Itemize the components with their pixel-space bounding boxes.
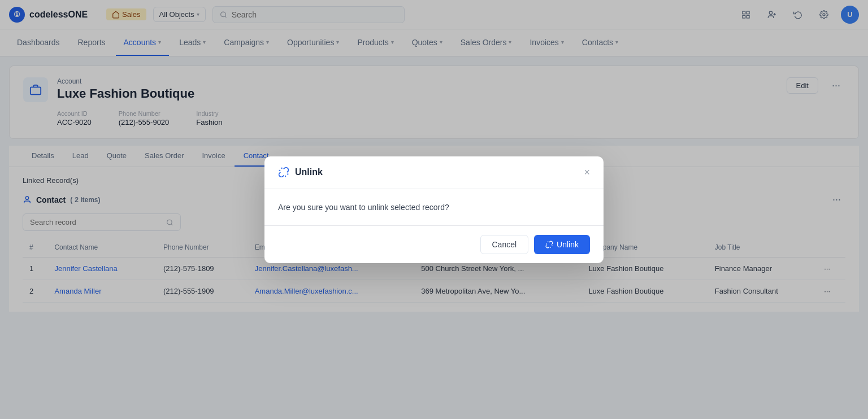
modal-footer: Cancel Unlink bbox=[264, 226, 604, 263]
modal-header: Unlink × bbox=[264, 156, 604, 189]
modal-body: Are you sure you want to unlink selected… bbox=[264, 189, 604, 226]
modal-overlay: Unlink × Are you sure you want to unlink… bbox=[0, 0, 868, 419]
unlink-button[interactable]: Unlink bbox=[534, 235, 590, 254]
modal-close-button[interactable]: × bbox=[584, 167, 590, 178]
unlink-modal: Unlink × Are you sure you want to unlink… bbox=[264, 156, 604, 263]
cancel-button[interactable]: Cancel bbox=[480, 235, 529, 254]
modal-title: Unlink bbox=[278, 167, 323, 178]
unlink-button-icon bbox=[545, 241, 553, 248]
unlink-title-icon bbox=[278, 167, 289, 178]
